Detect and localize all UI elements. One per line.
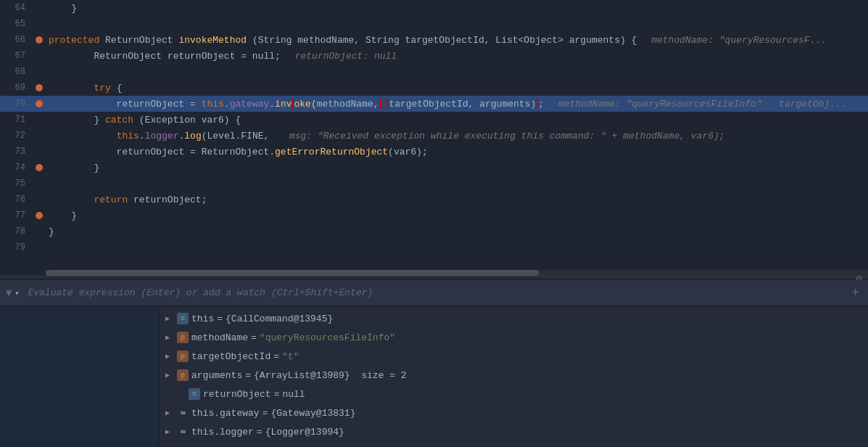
var-eq: = xyxy=(257,427,263,438)
debug-var-targetobjectid[interactable]: ▶ p targetObjectId = "t" xyxy=(160,347,868,366)
filter-icon[interactable]: ▼ xyxy=(6,287,12,299)
var-eq: = xyxy=(245,370,251,381)
debug-toolbar: ▼ ▾ Evaluate expression (Enter) or add a… xyxy=(0,280,868,306)
breakpoint-indicator xyxy=(36,84,43,91)
line-number: 74 xyxy=(0,163,33,173)
line-content: returnObject = this.gateway.invoke(metho… xyxy=(46,99,868,110)
var-eq: = xyxy=(274,389,280,400)
add-watch-button[interactable]: + xyxy=(848,286,862,300)
code-line: 73 returnObject = ReturnObject.getErrorR… xyxy=(0,144,868,160)
debug-panel: ▼ ▾ Evaluate expression (Enter) or add a… xyxy=(0,280,868,447)
var-name: targetObjectId xyxy=(191,351,270,362)
eval-expression-input[interactable]: Evaluate expression (Enter) or add a wat… xyxy=(28,287,848,298)
var-icon-p: p xyxy=(177,350,189,362)
var-value: {ArrayList@13989} size = 2 xyxy=(254,370,407,381)
highlight-box-methodname: oke(methodName, xyxy=(292,99,381,110)
line-number: 67 xyxy=(0,51,33,61)
horizontal-scrollbar[interactable] xyxy=(0,267,868,276)
line-content: ReturnObject returnObject = null; return… xyxy=(46,51,868,62)
debug-content: ▶ = this = {CallCommand@13945} ▶ p metho… xyxy=(0,306,868,447)
code-editor: 64 } 65 66 protected ReturnObject invoke… xyxy=(0,0,868,276)
debug-var-returnobject[interactable]: = returnObject = null xyxy=(160,385,868,403)
line-gutter xyxy=(33,36,46,44)
line-gutter xyxy=(33,100,46,107)
line-content: try { xyxy=(46,83,868,94)
code-line: 67 ReturnObject returnObject = null; ret… xyxy=(0,48,868,64)
var-value: {CallCommand@13945} xyxy=(226,313,333,324)
debug-variables-list: ▶ = this = {CallCommand@13945} ▶ p metho… xyxy=(160,306,868,447)
highlight-box-targetobjectid: targetObjectId, arguments) xyxy=(387,99,538,110)
debug-var-arguments[interactable]: ▶ p arguments = {ArrayList@13989} size =… xyxy=(160,366,868,385)
var-icon-p: p xyxy=(177,369,189,381)
expand-icon: ▶ xyxy=(165,371,175,380)
var-icon-p: p xyxy=(177,332,189,343)
line-content: } xyxy=(46,3,868,14)
expand-icon: ▶ xyxy=(165,427,175,436)
line-number: 68 xyxy=(0,67,33,77)
code-line: 65 xyxy=(0,16,868,32)
var-value: "queryResourcesFileInfo" xyxy=(260,332,395,343)
line-content: } xyxy=(46,210,868,221)
debug-var-methodname[interactable]: ▶ p methodName = "queryResourcesFileInfo… xyxy=(160,328,868,347)
code-line: 79 xyxy=(0,239,868,255)
code-line: 72 this.logger.log(Level.FINE, msg: "Rec… xyxy=(0,128,868,144)
code-line: 71 } catch (Exception var6) { xyxy=(0,112,868,128)
scrollbar-track xyxy=(46,270,868,276)
debug-var-this[interactable]: ▶ = this = {CallCommand@13945} xyxy=(160,309,868,328)
dropdown-arrow[interactable]: ▾ xyxy=(15,289,19,298)
var-eq: = xyxy=(251,332,257,343)
code-line: 66 protected ReturnObject invokeMethod (… xyxy=(0,32,868,48)
var-icon-eq: = xyxy=(189,388,200,400)
var-name: this.logger xyxy=(191,427,254,438)
expand-icon xyxy=(177,390,187,398)
expand-icon: ▶ xyxy=(165,409,175,417)
var-value: {Logger@13994} xyxy=(265,427,344,438)
breakpoint-indicator xyxy=(36,212,43,219)
code-line: 77 } xyxy=(0,208,868,224)
line-number: 71 xyxy=(0,115,33,125)
line-number: 69 xyxy=(0,83,33,93)
line-number: 64 xyxy=(0,3,33,13)
debug-var-gateway[interactable]: ▶ ∞ this.gateway = {Gateway@13831} xyxy=(160,403,868,422)
var-eq: = xyxy=(263,408,268,419)
expand-icon: ▶ xyxy=(165,314,175,323)
line-content xyxy=(46,242,868,253)
var-value: null xyxy=(282,389,305,400)
debug-left-panel xyxy=(0,306,160,447)
line-gutter xyxy=(33,164,46,171)
line-gutter xyxy=(33,212,46,219)
code-line: 74 } xyxy=(0,160,868,176)
line-content: } xyxy=(46,163,868,173)
expand-icon: ▶ xyxy=(165,333,175,342)
var-value: {Gateway@13831} xyxy=(270,408,355,419)
line-content xyxy=(46,179,868,189)
scrollbar-thumb[interactable] xyxy=(46,270,539,276)
line-number: 76 xyxy=(0,194,33,205)
line-gutter xyxy=(33,84,46,91)
code-lines: 64 } 65 66 protected ReturnObject invoke… xyxy=(0,0,868,267)
line-content xyxy=(46,67,868,78)
line-number: 70 xyxy=(0,99,33,109)
code-line: 76 return returnObject; xyxy=(0,192,868,208)
var-name: this.gateway xyxy=(191,408,260,419)
line-number: 75 xyxy=(0,179,33,189)
line-number: 72 xyxy=(0,131,33,141)
breakpoint-indicator xyxy=(36,36,43,44)
code-line: 64 } xyxy=(0,0,868,16)
line-number: 78 xyxy=(0,226,33,237)
var-name: methodName xyxy=(191,332,248,343)
var-eq: = xyxy=(273,351,279,362)
var-name: returnObject xyxy=(203,389,271,400)
line-number: 65 xyxy=(0,19,33,29)
line-content: } catch (Exception var6) { xyxy=(46,115,868,126)
code-line: 68 xyxy=(0,64,868,80)
line-content: protected ReturnObject invokeMethod (Str… xyxy=(46,35,868,46)
line-content: this.logger.log(Level.FINE, msg: "Receiv… xyxy=(46,131,868,142)
line-content xyxy=(46,19,868,30)
line-number: 66 xyxy=(0,35,33,45)
var-name: arguments xyxy=(191,370,242,381)
debug-var-logger[interactable]: ▶ ∞ this.logger = {Logger@13994} xyxy=(160,422,868,441)
var-name: this xyxy=(191,313,214,324)
code-line: 75 xyxy=(0,176,868,192)
var-eq: = xyxy=(217,313,223,324)
